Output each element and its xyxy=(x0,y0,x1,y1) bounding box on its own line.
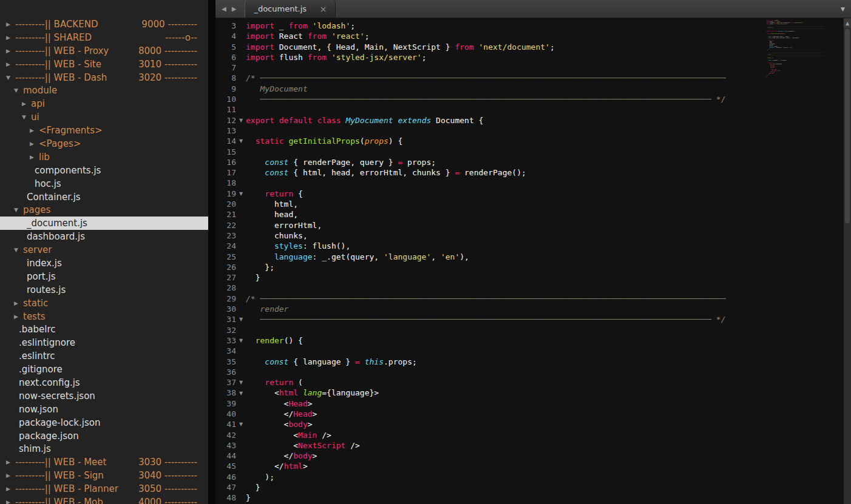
fold-arrow-icon[interactable]: ▼ xyxy=(236,422,246,427)
code-line[interactable]: chunks, xyxy=(246,230,851,241)
code-line[interactable]: } xyxy=(246,482,851,492)
scroll-up-button[interactable]: ▲ xyxy=(844,18,851,28)
code-line[interactable]: const { renderPage, query } = props; xyxy=(246,157,851,167)
code-line[interactable]: const { html, head, errorHtml, chunks } … xyxy=(246,167,851,178)
minimap[interactable]: import _ from 'lodash';import React from… xyxy=(766,19,841,85)
code-line[interactable]: <Head> xyxy=(246,398,851,409)
tree-file-item[interactable]: shim.js xyxy=(0,443,208,456)
tree-folder-item[interactable]: ▼module xyxy=(0,84,208,97)
tree-file-item[interactable]: .gitignore xyxy=(0,363,208,376)
tree-file-item[interactable]: dashboard.js xyxy=(0,230,208,243)
code-line[interactable]: </html> xyxy=(246,461,851,471)
code-line[interactable]: import Document, { Head, Main, NextScrip… xyxy=(246,42,851,52)
tree-file-item[interactable]: Container.js xyxy=(0,190,208,204)
tree-separator-item[interactable]: ▶---------|| WEB - Sign3040 ---------- xyxy=(0,469,208,482)
tree-file-item[interactable]: .eslintignore xyxy=(0,336,208,349)
code-line[interactable] xyxy=(246,325,851,335)
code-line[interactable]: static getInitialProps(props) { xyxy=(246,136,851,146)
expand-arrow-icon[interactable]: ▶ xyxy=(13,314,23,320)
tree-separator-item[interactable]: ▶---------|| WEB - Meet3030 ---------- xyxy=(0,455,208,469)
fold-arrow-icon[interactable]: ▼ xyxy=(236,191,246,197)
tree-separator-item[interactable]: ▶---------|| WEB - Site3010 ---------- xyxy=(0,58,208,71)
code-line[interactable]: }; xyxy=(246,262,851,272)
tree-file-item[interactable]: components.js xyxy=(0,164,208,177)
code-line[interactable]: import _ from 'lodash'; xyxy=(246,21,851,31)
code-line[interactable] xyxy=(246,62,851,73)
sidebar-divider[interactable] xyxy=(208,0,215,504)
code-line[interactable] xyxy=(246,283,851,293)
expand-arrow-icon[interactable]: ▶ xyxy=(29,154,39,160)
fold-arrow-icon[interactable]: ▼ xyxy=(236,317,246,322)
code-line[interactable]: export default class MyDocument extends … xyxy=(246,115,851,126)
code-line[interactable]: ────────────────────────────────────────… xyxy=(246,314,851,324)
tree-separator-item[interactable]: ▶---------|| SHARED------o-- xyxy=(0,31,208,44)
tree-file-item[interactable]: routes.js xyxy=(0,283,208,297)
code-line[interactable]: /* ─────────────────────────────────────… xyxy=(246,294,851,304)
tree-folder-item[interactable]: ▶api xyxy=(0,97,208,110)
code-line[interactable]: import React from 'react'; xyxy=(246,31,851,41)
tree-file-item[interactable]: port.js xyxy=(0,270,208,283)
code-line[interactable]: </Head> xyxy=(246,409,851,419)
code-area[interactable]: import _ from 'lodash';import React from… xyxy=(246,18,851,504)
tree-file-item[interactable]: package-lock.json xyxy=(0,416,208,429)
code-line[interactable] xyxy=(246,104,851,115)
tree-folder-item[interactable]: ▶lib xyxy=(0,150,208,164)
code-line[interactable] xyxy=(246,367,851,377)
tab-overflow-menu-icon[interactable]: ▼ xyxy=(835,0,851,18)
tree-file-item[interactable]: now.json xyxy=(0,403,208,416)
fold-arrow-icon[interactable]: ▼ xyxy=(236,118,246,123)
tree-folder-item[interactable]: ▼server xyxy=(0,243,208,257)
code-line[interactable] xyxy=(246,126,851,136)
tree-file-item[interactable]: now-secrets.json xyxy=(0,389,208,403)
collapse-arrow-icon[interactable]: ▼ xyxy=(5,75,15,81)
expand-arrow-icon[interactable]: ▶ xyxy=(21,101,31,107)
code-line[interactable]: html, xyxy=(246,199,851,209)
expand-arrow-icon[interactable]: ▶ xyxy=(5,486,15,492)
code-line[interactable]: render() { xyxy=(246,335,851,346)
tree-separator-item[interactable]: ▶---------|| WEB - Mob4000 ---------- xyxy=(0,496,208,504)
code-line[interactable]: <NextScript /> xyxy=(246,440,851,451)
tree-file-item[interactable]: hoc.js xyxy=(0,177,208,190)
tree-file-item[interactable]: next.config.js xyxy=(0,376,208,389)
tree-separator-item[interactable]: ▼---------|| WEB - Dash3020 ---------- xyxy=(0,71,208,84)
tab-scroll-left-icon[interactable]: ◀ xyxy=(222,5,226,12)
code-line[interactable]: </body> xyxy=(246,451,851,461)
code-line[interactable]: return ( xyxy=(246,377,851,388)
collapse-arrow-icon[interactable]: ▼ xyxy=(13,247,23,253)
code-line[interactable] xyxy=(246,147,851,157)
code-line[interactable] xyxy=(246,178,851,188)
expand-arrow-icon[interactable]: ▶ xyxy=(5,35,15,41)
expand-arrow-icon[interactable]: ▶ xyxy=(5,61,15,67)
fold-arrow-icon[interactable]: ▼ xyxy=(236,380,246,385)
code-line[interactable]: errorHtml, xyxy=(246,220,851,230)
tree-folder-item[interactable]: ▶tests xyxy=(0,310,208,323)
tree-separator-item[interactable]: ▶---------|| WEB - Proxy8000 ---------- xyxy=(0,44,208,58)
code-line[interactable]: ); xyxy=(246,472,851,482)
expand-arrow-icon[interactable]: ▶ xyxy=(29,127,39,133)
tree-file-item[interactable]: .eslintrc xyxy=(0,349,208,363)
collapse-arrow-icon[interactable]: ▼ xyxy=(21,114,31,120)
tree-folder-item[interactable]: ▶<Pages> xyxy=(0,137,208,150)
code-line[interactable]: head, xyxy=(246,209,851,220)
code-line[interactable]: <html lang={language}> xyxy=(246,388,851,398)
tree-file-item[interactable]: .babelrc xyxy=(0,323,208,336)
code-line[interactable]: language: _.get(query, 'language', 'en')… xyxy=(246,252,851,262)
expand-arrow-icon[interactable]: ▶ xyxy=(5,472,15,479)
collapse-arrow-icon[interactable]: ▼ xyxy=(13,207,23,213)
code-line[interactable]: ────────────────────────────────────────… xyxy=(246,94,851,104)
fold-arrow-icon[interactable]: ▼ xyxy=(236,138,246,144)
code-line[interactable]: render xyxy=(246,304,851,314)
expand-arrow-icon[interactable]: ▶ xyxy=(5,459,15,465)
fold-arrow-icon[interactable]: ▼ xyxy=(236,338,246,343)
code-line[interactable]: const { language } = this.props; xyxy=(246,357,851,367)
expand-arrow-icon[interactable]: ▶ xyxy=(5,21,15,27)
code-line[interactable]: MyDocument xyxy=(246,84,851,94)
tree-file-item[interactable]: package.json xyxy=(0,429,208,443)
tree-separator-item[interactable]: ▶---------|| BACKEND9000 --------- xyxy=(0,18,208,31)
code-line[interactable]: styles: flush(), xyxy=(246,241,851,251)
vertical-scrollbar[interactable]: ▲ xyxy=(843,18,851,504)
fold-arrow-icon[interactable]: ▼ xyxy=(236,391,246,396)
tree-folder-item[interactable]: ▶<Fragments> xyxy=(0,124,208,137)
code-line[interactable] xyxy=(246,346,851,356)
tree-folder-item[interactable]: ▶static xyxy=(0,297,208,310)
